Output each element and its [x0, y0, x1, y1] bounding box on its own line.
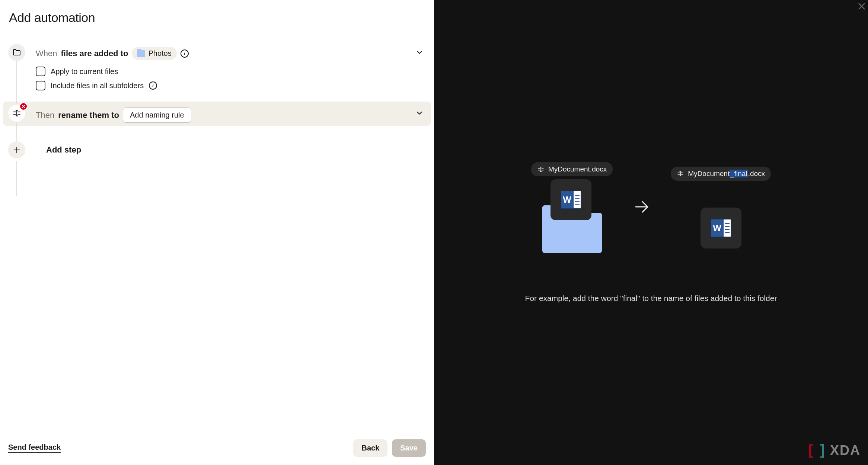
before-filename: MyDocument.docx: [548, 165, 607, 173]
page-title: Add automation: [9, 10, 425, 25]
preview-stage: MyDocument.docx W MyDocument_final.docx: [531, 162, 771, 253]
when-content: When files are added to Photos i Apply t…: [36, 44, 413, 90]
when-prefix: When: [36, 49, 57, 58]
preview-before: MyDocument.docx W: [531, 162, 613, 253]
include-subfolders-label: Include files in all subfolders: [51, 81, 144, 90]
connector-line: [16, 161, 17, 196]
after-filename-pre: MyDocument: [688, 170, 730, 177]
after-filename-chip: MyDocument_final.docx: [671, 167, 771, 181]
add-step-label: Add step: [46, 145, 81, 155]
then-step[interactable]: Then rename them to Add naming rule: [3, 102, 431, 126]
then-content: Then rename them to Add naming rule: [36, 105, 413, 123]
automation-form-panel: Add automation When files are added to P…: [0, 0, 434, 465]
apply-current-option[interactable]: Apply to current files: [36, 67, 413, 76]
then-prefix: Then: [36, 110, 54, 120]
when-options: Apply to current files Include files in …: [36, 67, 413, 90]
mini-folder-icon: [137, 50, 145, 57]
apply-current-checkbox[interactable]: [36, 67, 45, 76]
when-action: files are added to: [61, 49, 128, 58]
save-button[interactable]: Save: [392, 439, 426, 457]
collapse-when-button[interactable]: [413, 46, 426, 59]
steps-container: When files are added to Photos i Apply t…: [0, 34, 434, 433]
preview-folder-icon: W: [542, 213, 602, 253]
rename-icon: [537, 166, 545, 173]
xda-bracket-right-icon: ]: [818, 442, 827, 459]
when-step[interactable]: When files are added to Photos i Apply t…: [3, 41, 431, 93]
footer-buttons: Back Save: [353, 439, 426, 457]
folder-chip[interactable]: Photos: [132, 47, 176, 60]
apply-current-label: Apply to current files: [51, 67, 118, 76]
send-feedback-link[interactable]: Send feedback: [8, 443, 61, 453]
preview-after: MyDocument_final.docx W: [671, 167, 771, 248]
after-filename-post: .docx: [748, 170, 765, 177]
footer: Send feedback Back Save: [0, 433, 434, 465]
when-summary: When files are added to Photos i: [36, 47, 413, 60]
xda-bracket-left-icon: [: [806, 442, 815, 459]
xda-logo: [] XDA: [806, 442, 861, 459]
arrow-icon: [633, 198, 651, 217]
add-step-button[interactable]: Add step: [3, 136, 431, 164]
info-icon[interactable]: i: [181, 49, 189, 58]
after-filename: MyDocument_final.docx: [688, 170, 765, 178]
folder-icon: [8, 44, 25, 61]
header: Add automation: [0, 0, 434, 34]
plus-icon: [8, 141, 25, 158]
preview-document-tile: W: [551, 179, 591, 220]
add-naming-rule-button[interactable]: Add naming rule: [123, 108, 191, 123]
preview-panel: MyDocument.docx W MyDocument_final.docx: [434, 0, 868, 465]
folder-name: Photos: [148, 49, 171, 58]
preview-document-tile: W: [701, 208, 741, 248]
after-filename-highlight: _final: [730, 170, 748, 177]
back-button[interactable]: Back: [353, 439, 387, 457]
preview-caption: For example, add the word "final" to the…: [525, 294, 777, 303]
include-subfolders-option[interactable]: Include files in all subfolders i: [36, 81, 413, 90]
rename-icon: [677, 170, 684, 177]
then-summary: Then rename them to Add naming rule: [36, 108, 413, 123]
info-icon[interactable]: i: [149, 81, 157, 90]
rename-icon: [8, 105, 25, 122]
xda-text: XDA: [830, 443, 861, 458]
collapse-then-button[interactable]: [413, 107, 426, 119]
before-filename-chip: MyDocument.docx: [531, 162, 613, 176]
include-subfolders-checkbox[interactable]: [36, 81, 45, 90]
close-icon[interactable]: [858, 3, 865, 11]
word-icon: W: [561, 191, 581, 209]
word-icon: W: [711, 219, 731, 237]
remove-step-button[interactable]: [19, 102, 28, 110]
connector-line: [16, 61, 17, 143]
then-action: rename them to: [58, 110, 119, 120]
